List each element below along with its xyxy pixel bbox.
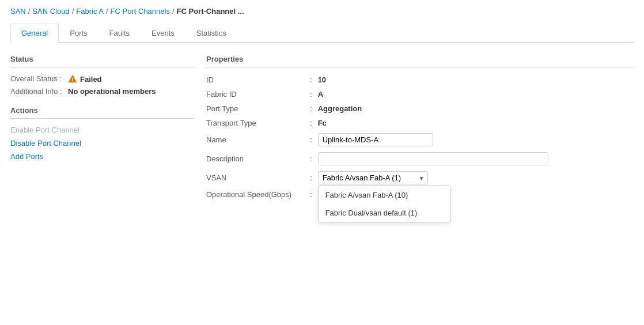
vsan-select-wrapper: Fabric A/vsan Fab-A (1) Fabric A/vsan Fa… — [318, 171, 428, 184]
overall-status-label: Overall Status : — [10, 74, 68, 83]
warning-icon: ! — [68, 74, 77, 84]
prop-colon-id: : — [310, 75, 312, 84]
tab-general[interactable]: General — [10, 24, 59, 43]
svg-text:!: ! — [72, 77, 74, 82]
vsan-dropdown-item-2[interactable]: Fabric Dual/vsan default (1) — [319, 204, 450, 222]
prop-colon-fabric-id: : — [310, 90, 312, 99]
prop-colon-description: : — [310, 154, 312, 163]
main-content: Status Overall Status : ! Failed Additio… — [10, 55, 634, 205]
prop-value-port-type: Aggregation — [318, 104, 362, 113]
vsan-select[interactable]: Fabric A/vsan Fab-A (1) Fabric A/vsan Fa… — [318, 171, 428, 184]
prop-label-id: ID — [206, 75, 310, 84]
prop-colon-transport-type: : — [310, 119, 312, 127]
tab-bar: General Ports Faults Events Statistics — [10, 24, 634, 43]
additional-info-value: No operational members — [68, 87, 156, 96]
breadcrumb-san[interactable]: SAN — [10, 7, 26, 16]
breadcrumb-sep-3: / — [106, 7, 108, 16]
breadcrumb-fabric-a[interactable]: Fabric A — [76, 7, 104, 16]
prop-row-name: Name : — [206, 133, 634, 146]
actions-section: Actions Enable Port Channel Disable Port… — [10, 106, 195, 161]
disable-port-channel-action[interactable]: Disable Port Channel — [10, 139, 195, 148]
tab-ports[interactable]: Ports — [59, 24, 98, 43]
prop-value-id: 10 — [318, 75, 326, 84]
right-panel: Properties ID : 10 Fabric ID : A Port Ty… — [206, 55, 634, 205]
overall-status-row: Overall Status : ! Failed — [10, 74, 195, 84]
breadcrumb-current: FC Port-Channel ... — [177, 7, 244, 16]
prop-label-operational-speed: Operational Speed(Gbps) — [206, 190, 310, 199]
prop-label-description: Description — [206, 154, 310, 163]
prop-colon-operational-speed: : — [310, 190, 312, 199]
vsan-dropdown-menu: Fabric A/vsan Fab-A (10) Fabric Dual/vsa… — [318, 186, 450, 222]
prop-label-transport-type: Transport Type — [206, 119, 310, 127]
prop-row-transport-type: Transport Type : Fc — [206, 119, 634, 127]
enable-port-channel-action: Enable Port Channel — [10, 126, 195, 134]
actions-section-title: Actions — [10, 106, 195, 119]
prop-colon-name: : — [310, 135, 312, 144]
breadcrumb-sep-4: / — [172, 7, 175, 16]
breadcrumb-sep-2: / — [72, 7, 74, 16]
overall-status-value: ! Failed — [68, 74, 102, 84]
description-input[interactable] — [318, 152, 548, 165]
prop-label-fabric-id: Fabric ID — [206, 90, 310, 99]
properties-title: Properties — [206, 55, 634, 67]
tab-statistics[interactable]: Statistics — [185, 24, 237, 43]
breadcrumb-sep-1: / — [28, 7, 31, 16]
breadcrumb-fc-port-channels[interactable]: FC Port Channels — [111, 7, 170, 16]
prop-row-id: ID : 10 — [206, 75, 634, 84]
prop-row-fabric-id: Fabric ID : A — [206, 90, 634, 99]
status-section-title: Status — [10, 55, 195, 67]
tab-events[interactable]: Events — [141, 24, 185, 43]
prop-row-description: Description : — [206, 152, 634, 165]
additional-info-label: Additional Info : — [10, 87, 68, 96]
breadcrumb: SAN / SAN Cloud / Fabric A / FC Port Cha… — [10, 7, 634, 16]
prop-colon-port-type: : — [310, 104, 312, 113]
tab-faults[interactable]: Faults — [99, 24, 141, 43]
prop-label-vsan: VSAN — [206, 173, 310, 182]
add-ports-action[interactable]: Add Ports — [10, 152, 195, 161]
prop-colon-vsan: : — [310, 173, 312, 182]
prop-value-transport-type: Fc — [318, 119, 327, 127]
additional-info-row: Additional Info : No operational members — [10, 87, 195, 96]
vsan-dropdown-item-1[interactable]: Fabric A/vsan Fab-A (10) — [319, 186, 450, 204]
prop-row-port-type: Port Type : Aggregation — [206, 104, 634, 113]
prop-label-port-type: Port Type — [206, 104, 310, 113]
left-panel: Status Overall Status : ! Failed Additio… — [10, 55, 206, 205]
prop-row-vsan: VSAN : Fabric A/vsan Fab-A (1) Fabric A/… — [206, 171, 634, 184]
prop-label-name: Name — [206, 135, 310, 144]
prop-value-fabric-id: A — [318, 90, 323, 99]
name-input[interactable] — [318, 133, 433, 146]
failed-text: Failed — [80, 75, 102, 84]
breadcrumb-san-cloud[interactable]: SAN Cloud — [32, 7, 69, 16]
